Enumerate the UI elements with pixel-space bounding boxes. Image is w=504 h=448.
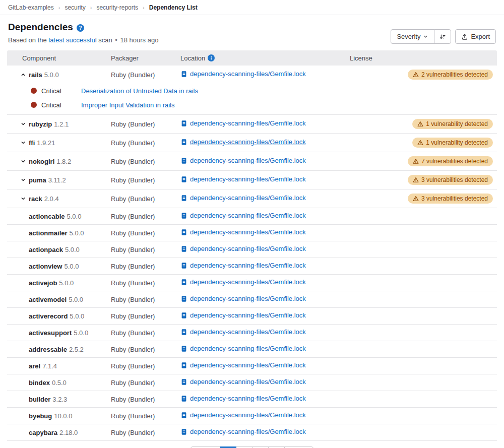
location-cell: dependency-scanning-files/Gemfile.lock	[180, 262, 350, 271]
critical-severity-icon	[31, 88, 37, 94]
location-link[interactable]: dependency-scanning-files/Gemfile.lock	[180, 228, 306, 236]
dependency-row-group: actionpack 5.0.0 Ruby (Bundler) dependen…	[7, 241, 497, 258]
location-link[interactable]: dependency-scanning-files/Gemfile.lock	[180, 311, 306, 319]
location-link[interactable]: dependency-scanning-files/Gemfile.lock	[180, 245, 306, 252]
sort-direction-button[interactable]	[434, 29, 451, 44]
component-name: actionmailer	[29, 229, 68, 237]
breadcrumb-link[interactable]: security	[65, 4, 85, 11]
location-link[interactable]: dependency-scanning-files/Gemfile.lock	[180, 278, 306, 286]
location-link[interactable]: dependency-scanning-files/Gemfile.lock	[180, 411, 306, 419]
file-document-icon	[180, 176, 187, 183]
vulnerability-link[interactable]: Improper Input Validation in rails	[81, 101, 174, 109]
table-row: builder 3.2.3 Ruby (Bundler) dependency-…	[7, 391, 497, 407]
packager-cell: Ruby (Bundler)	[111, 195, 180, 203]
expand-toggle	[20, 378, 29, 387]
location-link[interactable]: dependency-scanning-files/Gemfile.lock	[180, 212, 306, 219]
expand-toggle[interactable]	[20, 195, 29, 203]
vulnerability-link[interactable]: Deserialization of Untrusted Data in rai…	[81, 87, 198, 95]
component-name: bindex	[29, 379, 50, 387]
packager-cell: Ruby (Bundler)	[111, 312, 180, 320]
vulnerabilities-badge[interactable]: 1 vulnerability detected	[412, 138, 493, 148]
table-row: bindex 0.5.0 Ruby (Bundler) dependency-s…	[7, 374, 497, 391]
help-icon[interactable]: ?	[77, 24, 84, 32]
dependency-row-group: addressable 2.5.2 Ruby (Bundler) depende…	[7, 341, 497, 358]
component-cell: ffi 1.9.21	[7, 139, 111, 147]
location-cell: dependency-scanning-files/Gemfile.lock	[180, 345, 350, 354]
location-link[interactable]: dependency-scanning-files/Gemfile.lock	[180, 428, 306, 435]
component-version: 3.11.2	[48, 176, 66, 184]
component-cell: nokogiri 1.8.2	[7, 157, 111, 165]
component-name: activemodel	[29, 296, 67, 303]
column-header-component: Component	[7, 54, 111, 62]
location-link-label: dependency-scanning-files/Gemfile.lock	[190, 311, 306, 319]
latest-scan-link[interactable]: latest successful	[48, 36, 96, 44]
export-button[interactable]: Export	[455, 29, 496, 44]
breadcrumb-link[interactable]: security-reports	[96, 4, 138, 11]
location-link[interactable]: dependency-scanning-files/Gemfile.lock	[180, 361, 306, 369]
expand-toggle[interactable]	[20, 71, 29, 79]
table-row: actioncable 5.0.0 Ruby (Bundler) depende…	[7, 208, 497, 224]
location-link-label: dependency-scanning-files/Gemfile.lock	[190, 378, 306, 386]
location-link[interactable]: dependency-scanning-files/Gemfile.lock	[180, 345, 306, 352]
table-body: rails 5.0.0 Ruby (Bundler) dependency-sc…	[7, 66, 497, 441]
sort-lowest-icon	[439, 33, 446, 40]
location-link-label: dependency-scanning-files/Gemfile.lock	[190, 361, 306, 369]
vulnerabilities-badge[interactable]: 3 vulnerabilities detected	[408, 194, 493, 204]
location-link[interactable]: dependency-scanning-files/Gemfile.lock	[180, 262, 306, 269]
component-cell: bindex 0.5.0	[7, 378, 111, 387]
vulnerabilities-badge[interactable]: 1 vulnerability detected	[412, 119, 493, 129]
file-document-icon	[180, 378, 187, 386]
component-cell: rails 5.0.0	[7, 71, 111, 79]
component-name: nokogiri	[29, 158, 54, 165]
vulnerabilities-badge[interactable]: 2 vulnerabilities detected	[408, 70, 493, 80]
page-title: Dependencies	[8, 22, 73, 33]
vulnerabilities-badge[interactable]: 3 vulnerabilities detected	[408, 175, 493, 185]
file-document-icon	[180, 120, 187, 127]
location-link[interactable]: dependency-scanning-files/Gemfile.lock	[180, 295, 306, 302]
location-link-label: dependency-scanning-files/Gemfile.lock	[190, 345, 306, 352]
vulnerabilities-badge[interactable]: 7 vulnerabilities detected	[408, 156, 493, 166]
scan-subtitle: Based on the latest successful scan • 18…	[8, 36, 158, 44]
component-name: actioncable	[29, 213, 65, 220]
header-actions: Severity Export	[391, 29, 496, 44]
component-name: actionpack	[29, 246, 63, 253]
expand-toggle[interactable]	[20, 176, 29, 184]
expand-toggle[interactable]	[20, 157, 29, 165]
location-link-label: dependency-scanning-files/Gemfile.lock	[190, 328, 306, 336]
expand-toggle[interactable]	[20, 120, 29, 128]
location-cell: dependency-scanning-files/Gemfile.lock	[180, 311, 350, 321]
severity-filter-button[interactable]: Severity	[391, 29, 434, 44]
info-icon[interactable]	[208, 54, 215, 61]
location-link[interactable]: dependency-scanning-files/Gemfile.lock	[180, 328, 306, 336]
file-document-icon	[180, 139, 187, 146]
expand-toggle	[20, 345, 29, 353]
location-link[interactable]: dependency-scanning-files/Gemfile.lock	[180, 157, 306, 164]
location-link[interactable]: dependency-scanning-files/Gemfile.lock	[180, 175, 306, 183]
license-cell: 2 vulnerabilities detected	[350, 70, 497, 80]
vulnerabilities-badge-label: 3 vulnerabilities detected	[421, 195, 488, 202]
vulnerabilities-badge-label: 2 vulnerabilities detected	[421, 71, 488, 78]
packager-cell: Ruby (Bundler)	[111, 296, 180, 303]
location-link[interactable]: dependency-scanning-files/Gemfile.lock	[180, 378, 306, 386]
expand-toggle	[20, 212, 29, 220]
location-cell: dependency-scanning-files/Gemfile.lock	[180, 245, 350, 254]
packager-cell: Ruby (Bundler)	[111, 229, 180, 237]
location-link[interactable]: dependency-scanning-files/Gemfile.lock	[180, 138, 306, 146]
file-document-icon	[180, 279, 187, 286]
dependency-row-group: ffi 1.9.21 Ruby (Bundler) dependency-sca…	[7, 134, 497, 152]
location-link[interactable]: dependency-scanning-files/Gemfile.lock	[180, 395, 306, 402]
expand-toggle[interactable]	[20, 139, 29, 147]
table-row: capybara 2.18.0 Ruby (Bundler) dependenc…	[7, 424, 497, 440]
component-name: byebug	[29, 412, 52, 420]
location-link[interactable]: dependency-scanning-files/Gemfile.lock	[180, 119, 306, 127]
location-link[interactable]: dependency-scanning-files/Gemfile.lock	[180, 70, 306, 78]
dependency-row-group: actioncable 5.0.0 Ruby (Bundler) depende…	[7, 208, 497, 225]
table-header-row: Component Packager Location License	[7, 50, 497, 66]
location-link[interactable]: dependency-scanning-files/Gemfile.lock	[180, 194, 306, 202]
component-version: 5.0.0	[65, 246, 80, 253]
dependency-row-group: activesupport 5.0.0 Ruby (Bundler) depen…	[7, 325, 497, 341]
breadcrumb-link[interactable]: GitLab-examples	[8, 4, 54, 11]
dependency-row-group: actionview 5.0.0 Ruby (Bundler) dependen…	[7, 258, 497, 275]
table-row: puma 3.11.2 Ruby (Bundler) dependency-sc…	[7, 171, 497, 189]
packager-cell: Ruby (Bundler)	[111, 379, 180, 387]
